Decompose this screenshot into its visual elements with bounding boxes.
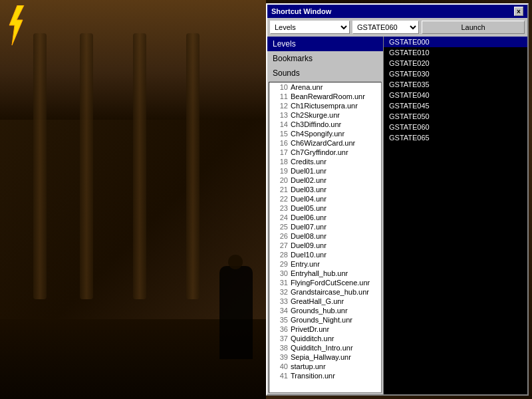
file-row[interactable]: 26Duel08.unr [269,231,381,241]
file-row[interactable]: 28Duel10.unr [269,250,381,259]
file-row[interactable]: 33GreatHall_G.unr [269,297,381,306]
file-name: Duel06.unr [291,213,327,221]
file-number: 24 [272,213,288,221]
file-row[interactable]: 36PrivetDr.unr [269,325,381,334]
file-number: 32 [272,288,288,296]
file-row[interactable]: 35Grounds_Night.unr [269,315,381,325]
file-number: 17 [272,148,288,156]
file-row[interactable]: 20Duel02.unr [269,176,381,185]
file-row[interactable]: 17Ch7Gryffindor.unr [269,148,381,157]
gstate-row[interactable]: GSTATE045 [384,100,527,111]
gstate-row[interactable]: GSTATE035 [384,79,527,90]
file-row[interactable]: 34Grounds_hub.unr [269,306,381,315]
file-name: Duel02.unr [291,176,327,184]
gstate-row[interactable]: GSTATE060 [384,122,527,132]
file-row[interactable]: 13Ch2Skurge.unr [269,110,381,120]
nav-item-bookmarks[interactable]: Bookmarks [267,51,383,66]
left-panel: Levels Bookmarks Sounds 10Arena.unr11Bea… [267,37,384,394]
file-number: 13 [272,111,288,119]
file-row[interactable]: 32Grandstaircase_hub.unr [269,287,381,297]
gstate-dropdown[interactable]: GSTATE000GSTATE010GSTATE020GSTATE030GSTA… [352,21,419,34]
file-name: Duel03.unr [291,186,327,194]
file-name: Grandstaircase_hub.unr [291,288,369,296]
file-number: 38 [272,344,288,352]
gstate-list[interactable]: GSTATE000GSTATE010GSTATE020GSTATE030GSTA… [384,37,527,394]
nav-item-levels[interactable]: Levels [267,37,383,51]
file-row[interactable]: 22Duel04.unr [269,194,381,203]
file-number: 41 [272,372,288,380]
gstate-row[interactable]: GSTATE040 [384,90,527,100]
file-name: Arena.unr [291,83,323,91]
file-number: 25 [272,223,288,231]
gstate-row[interactable]: GSTATE010 [384,47,527,58]
file-row[interactable]: 25Duel07.unr [269,222,381,231]
file-number: 20 [272,176,288,184]
nav-item-sounds[interactable]: Sounds [267,66,383,80]
lightning-icon [5,5,25,45]
file-name: Quidditch.unr [291,334,334,342]
file-number: 36 [272,325,288,333]
right-panel: GSTATE000GSTATE010GSTATE020GSTATE030GSTA… [384,37,527,394]
gstate-row[interactable]: GSTATE030 [384,68,527,79]
file-row[interactable]: 15Ch4Spongify.unr [269,129,381,138]
gstate-row[interactable]: GSTATE000 [384,37,527,47]
file-number: 39 [272,353,288,361]
file-row[interactable]: 27Duel09.unr [269,241,381,250]
file-number: 40 [272,362,288,370]
file-row[interactable]: 19Duel01.unr [269,166,381,176]
file-number: 23 [272,204,288,212]
file-row[interactable]: 30Entryhall_hub.unr [269,269,381,278]
file-number: 12 [272,102,288,110]
file-number: 30 [272,269,288,277]
file-row[interactable]: 24Duel06.unr [269,213,381,222]
levels-dropdown[interactable]: Levels [270,21,350,34]
file-list[interactable]: 10Arena.unr11BeanRewardRoom.unr12Ch1Rict… [269,82,382,393]
file-row[interactable]: 23Duel05.unr [269,203,381,213]
file-number: 22 [272,195,288,203]
file-number: 16 [272,139,288,147]
file-number: 37 [272,334,288,342]
file-name: Entryhall_hub.unr [291,269,348,277]
shortcut-window: Shortcut Window × Levels GSTATE000GSTATE… [266,3,529,396]
file-name: Duel01.unr [291,167,327,175]
file-row[interactable]: 31FlyingFordCutScene.unr [269,278,381,287]
gstate-row[interactable]: GSTATE020 [384,58,527,68]
file-row[interactable]: 10Arena.unr [269,82,381,92]
file-name: Credits.unr [291,158,327,166]
file-name: Duel07.unr [291,223,327,231]
file-name: Entry.unr [291,260,320,268]
file-name: Duel09.unr [291,241,327,249]
file-row[interactable]: 40startup.unr [269,362,381,371]
close-button[interactable]: × [514,7,523,16]
file-number: 33 [272,297,288,305]
file-row[interactable]: 14Ch3Diffindo.unr [269,120,381,129]
file-row[interactable]: 38Quidditch_Intro.unr [269,343,381,352]
file-name: Grounds_hub.unr [291,307,348,315]
gstate-row[interactable]: GSTATE050 [384,111,527,122]
file-row[interactable]: 11BeanRewardRoom.unr [269,92,381,101]
file-number: 26 [272,232,288,240]
file-number: 19 [272,167,288,175]
file-name: Duel08.unr [291,232,327,240]
file-name: BeanRewardRoom.unr [291,92,365,100]
gstate-row[interactable]: GSTATE065 [384,132,527,143]
file-name: FlyingFordCutScene.unr [291,279,370,287]
file-name: GreatHall_G.unr [291,297,344,305]
file-row[interactable]: 16Ch6WizardCard.unr [269,138,381,148]
file-name: Transition.unr [291,372,335,380]
file-row[interactable]: 37Quidditch.unr [269,334,381,343]
file-row[interactable]: 12Ch1Rictusempra.unr [269,101,381,110]
file-name: Duel10.unr [291,251,327,259]
file-row[interactable]: 39Sepia_Hallway.unr [269,352,381,362]
file-number: 29 [272,260,288,268]
file-number: 10 [272,83,288,91]
launch-button[interactable]: Launch [422,21,525,34]
file-row[interactable]: 18Credits.unr [269,157,381,166]
file-row[interactable]: 41Transition.unr [269,371,381,380]
file-row[interactable]: 21Duel03.unr [269,185,381,194]
file-row[interactable]: 29Entry.unr [269,259,381,269]
file-number: 34 [272,307,288,315]
file-name: Ch6WizardCard.unr [291,139,355,147]
file-number: 11 [272,92,288,100]
file-number: 18 [272,158,288,166]
